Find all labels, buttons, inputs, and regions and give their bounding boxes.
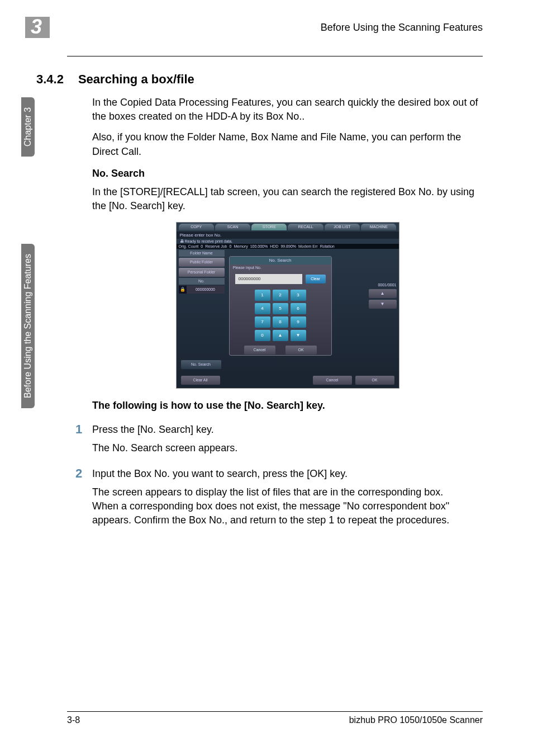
- step-2-subtext: The screen appears to display the list o…: [92, 485, 483, 528]
- footer-product-name: bizhub PRO 1050/1050e Scanner: [349, 715, 483, 725]
- side-tab-title: Before Using the Scanning Features: [21, 244, 35, 408]
- ready-status: Ready to receive print data.: [184, 239, 232, 243]
- dialog-title: No. Search: [230, 257, 331, 264]
- step-1-subtext: The No. Search screen appears.: [92, 441, 483, 455]
- step-2-text: Input the Box No. you want to search, pr…: [92, 467, 483, 481]
- device-screenshot: COPY SCAN STORE RECALL JOB LIST MACHINE …: [176, 222, 399, 389]
- footer-page-number: 3-8: [67, 715, 80, 725]
- step-2-number: 2: [75, 467, 92, 480]
- step-1-text: Press the [No. Search] key.: [92, 423, 483, 437]
- how-to-heading: The following is how to use the [No. Sea…: [92, 400, 483, 412]
- folder-name-header: Folder Name: [179, 250, 225, 257]
- reserve-value: 0: [230, 244, 232, 248]
- dialog-cancel-button[interactable]: Cancel: [244, 346, 275, 355]
- dialog-prompt: Please input No.: [230, 264, 331, 271]
- intro-paragraph-2: Also, if you know the Folder Name, Box N…: [92, 130, 483, 158]
- hdd-label: HDD: [270, 244, 278, 248]
- no-search-description: In the [STORE]/[RECALL] tab screen, you …: [92, 185, 483, 213]
- lock-icon: 🔒: [179, 286, 187, 294]
- tab-joblist[interactable]: JOB LIST: [325, 224, 360, 230]
- rotation-status: Rotation: [320, 244, 335, 248]
- main-cancel-button[interactable]: Cancel: [313, 376, 352, 385]
- no-search-heading: No. Search: [92, 168, 483, 179]
- tab-store[interactable]: STORE: [251, 224, 287, 230]
- dialog-number-input[interactable]: 000000000: [235, 274, 302, 284]
- main-ok-button[interactable]: OK: [355, 376, 394, 385]
- section-title: Searching a box/file: [78, 72, 194, 87]
- tab-copy[interactable]: COPY: [179, 224, 214, 230]
- no-search-button[interactable]: No. Search: [181, 360, 221, 369]
- no-search-dialog: No. Search Please input No. 000000000 Cl…: [229, 256, 332, 356]
- tab-machine[interactable]: MACHINE: [361, 224, 396, 230]
- modem-status: Modem Err: [298, 244, 318, 248]
- keypad-9[interactable]: 9: [291, 316, 306, 328]
- reserve-label: Reserve Job: [205, 244, 227, 248]
- dialog-clear-button[interactable]: Clear: [306, 275, 326, 284]
- keypad-up[interactable]: ▲: [273, 330, 288, 341]
- orig-count-value: 0: [201, 244, 203, 248]
- tab-scan[interactable]: SCAN: [215, 224, 250, 230]
- keypad-2[interactable]: 2: [273, 290, 288, 301]
- tab-recall[interactable]: RECALL: [288, 224, 323, 230]
- chapter-badge: 3: [25, 17, 50, 38]
- page-counter: 0001/0001: [369, 283, 397, 287]
- orig-count-label: Orig. Count: [179, 244, 199, 248]
- keypad-4[interactable]: 4: [255, 303, 270, 314]
- box-no-cell[interactable]: 000000000: [187, 286, 225, 294]
- keypad-3[interactable]: 3: [291, 290, 306, 301]
- dialog-ok-button[interactable]: OK: [285, 346, 317, 355]
- printer-icon: 🖶: [180, 239, 184, 243]
- memory-label: Memory: [234, 244, 248, 248]
- keypad-1[interactable]: 1: [255, 290, 270, 301]
- keypad-0[interactable]: 0: [255, 330, 270, 341]
- side-tab-chapter: Chapter 3: [21, 97, 35, 157]
- keypad-8[interactable]: 8: [273, 316, 288, 328]
- screenshot-prompt: Please enter box No.: [177, 231, 399, 239]
- intro-paragraph-1: In the Copied Data Processing Features, …: [92, 96, 483, 124]
- no-column-header: No.: [179, 278, 225, 285]
- clear-all-button[interactable]: Clear All: [181, 376, 220, 385]
- keypad-5[interactable]: 5: [273, 303, 288, 314]
- scroll-down-button[interactable]: ▼: [369, 300, 397, 309]
- section-number: 3.4.2: [36, 72, 64, 87]
- keypad-6[interactable]: 6: [291, 303, 306, 314]
- hdd-value: 99.890%: [280, 244, 296, 248]
- keypad-down[interactable]: ▼: [291, 330, 306, 341]
- keypad-7[interactable]: 7: [255, 316, 270, 328]
- running-header-title: Before Using the Scanning Features: [321, 22, 483, 34]
- memory-value: 100.000%: [250, 244, 268, 248]
- public-folder-button[interactable]: Public Folder: [179, 258, 225, 267]
- personal-folder-button[interactable]: Personal Folder: [179, 268, 225, 277]
- scroll-up-button[interactable]: ▲: [369, 289, 397, 298]
- step-1-number: 1: [75, 423, 92, 436]
